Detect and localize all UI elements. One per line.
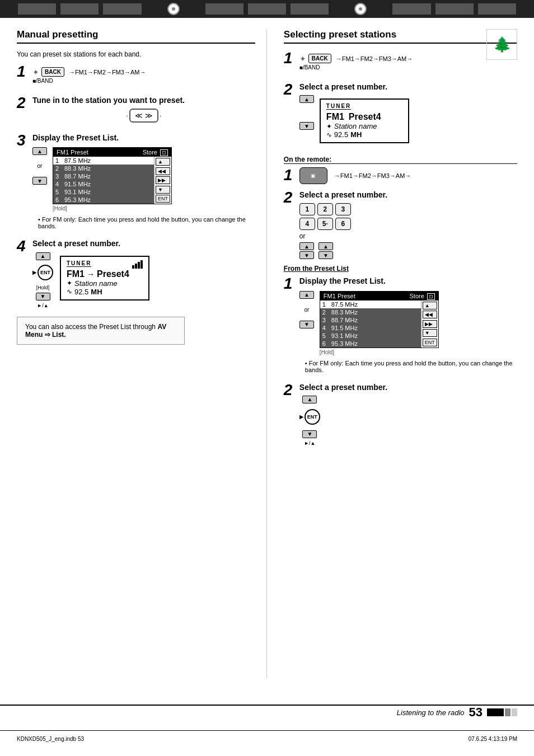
remote-scroll-down-r[interactable]: ▼ bbox=[318, 251, 333, 259]
remote-scroll-up-r[interactable]: ▲ bbox=[318, 242, 333, 250]
deco-bar-1 bbox=[487, 708, 504, 716]
or-label-remote: or bbox=[299, 232, 517, 240]
preset-header-title-left: FM1 Preset bbox=[57, 149, 88, 156]
remote-step-1: 1 ▣ →FM1→FM2→FM3→AM→ bbox=[284, 167, 517, 184]
knob-box: ≪ ≫ bbox=[129, 109, 158, 123]
step4-left-controls: ▲ ▶ ENT [Hold] ▼ ►/▲ bbox=[32, 252, 53, 308]
remote-up-down-right: ▲ ▼ bbox=[318, 242, 333, 259]
bar-seg-8 bbox=[435, 3, 474, 15]
right-section-title: Selecting preset stations bbox=[284, 29, 517, 44]
left-step-3: 3 Display the Preset List. ▲ or ▼ bbox=[17, 133, 255, 233]
right-column: 🌲 Selecting preset stations 1 ✦ BACK →FM… bbox=[267, 29, 517, 678]
left-step-4-content: Select a preset number. ▲ ▶ ENT [Hold] ▼… bbox=[32, 238, 255, 308]
right-freq-tilde: ∿ bbox=[326, 131, 332, 139]
from-preset-step-1-num: 1 bbox=[284, 276, 295, 292]
right-preset-side-controls: ▲ ◀◀ ▶▶ ▼ ENT bbox=[421, 300, 438, 348]
left-step4-graphic: ▲ ▶ ENT [Hold] ▼ ►/▲ TUNER bbox=[32, 252, 255, 308]
right-band-selector-1: ✦ BACK →FM1→FM2→FM3→AM→ ■/BAND bbox=[299, 54, 481, 71]
left-step-2-content: Tune in to the station you want to prese… bbox=[32, 95, 255, 127]
preset-row-1: 1 87.5 MHz bbox=[53, 157, 154, 165]
from-preset-ent-arrow: ▶ bbox=[299, 414, 303, 420]
num-btn-6[interactable]: 6 bbox=[335, 218, 351, 230]
right-station-star: ✦ bbox=[326, 123, 332, 130]
bar-seg-5 bbox=[248, 3, 286, 15]
from-preset-ent-btn[interactable]: ENT bbox=[305, 409, 320, 425]
bar-2 bbox=[135, 264, 137, 269]
remote-step-2-num: 2 bbox=[284, 190, 295, 205]
right-next-btn[interactable]: ▼ bbox=[423, 329, 437, 337]
ent-circle-btn[interactable]: ENT bbox=[38, 265, 53, 280]
from-preset-step-1-text: Display the Preset List. bbox=[299, 276, 517, 286]
from-preset-step-1: 1 Display the Preset List. ▲ or ▼ FM1 Pr… bbox=[284, 276, 517, 376]
skip-fwd-btn[interactable]: ▶▶ bbox=[156, 176, 170, 184]
remote-band-selector: ▣ →FM1→FM2→FM3→AM→ bbox=[299, 167, 517, 184]
remote-scroll-up[interactable]: ▲ bbox=[299, 242, 314, 250]
right-back-button-1[interactable]: BACK bbox=[308, 54, 331, 63]
num-btn-3[interactable]: 3 bbox=[335, 203, 351, 215]
right-tuner-title-row: TUNER bbox=[326, 103, 402, 112]
bar-seg-6 bbox=[291, 3, 329, 15]
band-arrow-seq-1: →FM1→FM2→FM3→AM→ bbox=[69, 69, 146, 76]
right-tuner-station: Station name bbox=[334, 122, 377, 130]
skip-back-btn[interactable]: ◀◀ bbox=[156, 167, 170, 175]
bar-3 bbox=[138, 262, 140, 269]
right-band-label-1: ■/BAND bbox=[299, 64, 320, 71]
band-label-1: ■/BAND bbox=[32, 78, 53, 84]
num-btn-5[interactable]: 5· bbox=[317, 218, 333, 230]
tuner-unit-left: MH bbox=[91, 288, 102, 296]
ent-btn-small-right[interactable]: ENT bbox=[423, 339, 437, 346]
tuner-station-row: ✦ Station name bbox=[67, 279, 143, 288]
step4-up-btn[interactable]: ▲ bbox=[36, 252, 50, 260]
step4-down-btn[interactable]: ▼ bbox=[36, 293, 50, 300]
tuner-arrow-left: → bbox=[87, 270, 95, 279]
num-btn-2[interactable]: 2 bbox=[317, 203, 333, 215]
right-step-2-text: Select a preset number. bbox=[299, 82, 517, 92]
bar-1 bbox=[132, 265, 134, 269]
right-preset-scroll-down[interactable]: ▼ bbox=[299, 321, 314, 328]
scroll-up-btn[interactable]: ▲ bbox=[32, 147, 47, 155]
right-tuner-freq-row: ∿ 92.5 MH bbox=[326, 130, 402, 139]
scroll-down-btn[interactable]: ▼ bbox=[32, 177, 47, 185]
left-step-3-text: Display the Preset List. bbox=[32, 133, 255, 143]
right-scroll-up-2[interactable]: ▲ bbox=[299, 95, 314, 103]
right-tuner-graphic: ▲ ▼ TUNER FM1 Preset4 ✦ bbox=[299, 95, 517, 147]
right-prev-btn[interactable]: ▲ bbox=[423, 302, 437, 309]
left-section-title: Manual presetting bbox=[17, 29, 255, 44]
right-preset-scroll-up[interactable]: ▲ bbox=[299, 291, 314, 299]
remote-band-seq: →FM1→FM2→FM3→AM→ bbox=[334, 172, 411, 179]
tuner-preset-row: FM1 → Preset4 bbox=[67, 269, 143, 279]
bar-seg-3 bbox=[103, 3, 141, 15]
num-btn-4[interactable]: 4 bbox=[299, 218, 315, 230]
preset-table-body-wrapper: 1 87.5 MHz 2 88.3 MHz 3 bbox=[53, 157, 171, 204]
right-tuner-preset: FM1 bbox=[326, 112, 344, 122]
preset-row-2: 2 88.3 MHz bbox=[53, 165, 154, 172]
left-step-1: 1 ✦ BACK →FM1→FM2→FM3→AM→ ■/BAND bbox=[17, 64, 255, 90]
listening-label: Listening to the radio bbox=[397, 708, 465, 717]
prev-btn[interactable]: ▲ bbox=[156, 158, 170, 166]
direction-icon: ✦ bbox=[32, 68, 39, 77]
right-scroll-down-2[interactable]: ▼ bbox=[299, 122, 314, 130]
top-bar-circle-left bbox=[167, 3, 180, 15]
right-tuner-station-row: ✦ Station name bbox=[326, 122, 402, 130]
right-skip-fwd-btn[interactable]: ▶▶ bbox=[423, 320, 437, 328]
right-skip-back-btn[interactable]: ◀◀ bbox=[423, 311, 437, 318]
tuner-freq-left: 92.5 bbox=[74, 288, 88, 296]
next-btn[interactable]: ▼ bbox=[156, 186, 170, 194]
preset-row-5: 5 93.1 MHz bbox=[53, 188, 154, 196]
deco-bar-3 bbox=[512, 708, 517, 716]
ent-btn-small-left[interactable]: ENT bbox=[156, 195, 170, 203]
num-btn-1[interactable]: 1 bbox=[299, 203, 315, 215]
right-tuner-freq: 92.5 bbox=[334, 130, 348, 139]
page-deco-bars bbox=[487, 708, 517, 716]
top-decorative-bar bbox=[0, 0, 534, 18]
right-step-2: 2 Select a preset number. ▲ ▼ TUNER bbox=[284, 82, 517, 150]
from-preset-step2-graphic: ▲ ▶ ENT ▼ ►/▲ bbox=[299, 396, 517, 446]
ent-arrow-icon: ▶ bbox=[32, 270, 36, 275]
right-preset-list-graphic: ▲ or ▼ FM1 Preset Store ⊡ bbox=[299, 291, 517, 355]
left-bullet-note: • For FM only: Each time you press and h… bbox=[32, 216, 255, 229]
from-preset-scroll-down[interactable]: ▼ bbox=[302, 430, 317, 438]
from-preset-scroll-up[interactable]: ▲ bbox=[302, 396, 317, 403]
left-preset-list-graphic: ▲ or ▼ FM1 Preset Store ⊡ bbox=[32, 147, 255, 212]
remote-scroll-down[interactable]: ▼ bbox=[299, 251, 314, 259]
back-button-1[interactable]: BACK bbox=[41, 67, 64, 77]
